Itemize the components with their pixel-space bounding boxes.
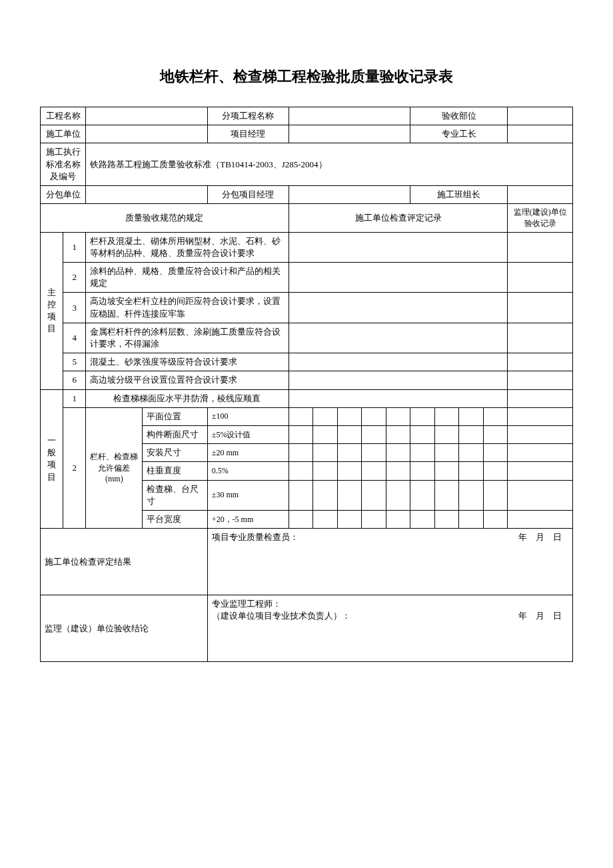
subcontract-pm-value[interactable]: [289, 185, 410, 203]
subcontract-pm-label: 分包项目经理: [207, 185, 289, 203]
data-cell[interactable]: [289, 480, 313, 510]
data-cell[interactable]: [459, 480, 484, 510]
data-cell[interactable]: [483, 444, 508, 462]
data-cell[interactable]: [313, 407, 338, 425]
supervise-cell[interactable]: [508, 371, 573, 389]
tolerance-value: ±5%设计值: [207, 425, 289, 443]
data-cell[interactable]: [337, 444, 362, 462]
tolerance-name: 构件断面尺寸: [143, 425, 207, 443]
data-cell[interactable]: [313, 510, 338, 528]
data-cell[interactable]: [386, 444, 410, 462]
data-cell[interactable]: [289, 407, 313, 425]
data-cell[interactable]: [313, 444, 338, 462]
construction-unit-value[interactable]: [86, 125, 208, 143]
supervise-cell[interactable]: [508, 425, 573, 443]
data-cell[interactable]: [313, 425, 338, 443]
supervise-cell[interactable]: [508, 232, 573, 262]
pro-foreman-value[interactable]: [508, 125, 573, 143]
supervise-cell[interactable]: [508, 462, 573, 480]
data-cell[interactable]: [362, 407, 386, 425]
main-item-row-6: 6 高边坡分级平台设置位置符合设计要求: [41, 371, 573, 389]
data-cell[interactable]: [337, 407, 362, 425]
data-cell[interactable]: [337, 480, 362, 510]
date-line: 年 月 日: [510, 610, 568, 622]
supervise-cell[interactable]: [508, 407, 573, 425]
data-cell[interactable]: [313, 480, 338, 510]
supervise-cell[interactable]: [508, 389, 573, 407]
accept-part-value[interactable]: [508, 107, 573, 125]
data-cell[interactable]: [362, 444, 386, 462]
supervise-cell[interactable]: [508, 480, 573, 510]
supervise-cell[interactable]: [508, 263, 573, 293]
check-cell[interactable]: [289, 323, 508, 353]
check-cell[interactable]: [289, 232, 508, 262]
footer-supervise-result-row: 监理（建设）单位验收结论 专业监理工程师： （建设单位项目专业技术负责人）： 年…: [41, 595, 573, 662]
data-cell[interactable]: [289, 510, 313, 528]
data-cell[interactable]: [483, 462, 508, 480]
data-cell[interactable]: [483, 510, 508, 528]
data-cell[interactable]: [434, 444, 459, 462]
data-cell[interactable]: [289, 444, 313, 462]
main-item-num: 2: [63, 263, 86, 293]
tolerance-name: 平台宽度: [143, 510, 207, 528]
main-item-row-1: 主控项目 1 栏杆及混凝土、砌体所用钢型材、水泥、石料、砂等材料的品种、规格、质…: [41, 232, 573, 262]
team-leader-value[interactable]: [508, 185, 573, 203]
data-cell[interactable]: [386, 510, 410, 528]
data-cell[interactable]: [434, 407, 459, 425]
data-cell[interactable]: [483, 407, 508, 425]
supervise-cell[interactable]: [508, 444, 573, 462]
data-cell[interactable]: [337, 425, 362, 443]
check-cell[interactable]: [289, 293, 508, 323]
spec-header: 质量验收规范的规定: [41, 204, 289, 233]
tolerance-value: ±30 mm: [207, 480, 289, 510]
data-cell[interactable]: [386, 425, 410, 443]
data-cell[interactable]: [289, 462, 313, 480]
supervise-cell[interactable]: [508, 510, 573, 528]
construction-result-content[interactable]: 项目专业质量检查员： 年 月 日: [207, 529, 572, 595]
data-cell[interactable]: [434, 480, 459, 510]
data-cell[interactable]: [459, 510, 484, 528]
data-cell[interactable]: [483, 480, 508, 510]
data-cell[interactable]: [289, 425, 313, 443]
data-cell[interactable]: [483, 425, 508, 443]
project-name-label: 工程名称: [41, 107, 86, 125]
data-cell[interactable]: [410, 444, 435, 462]
tolerance-value: ±100: [207, 407, 289, 425]
data-cell[interactable]: [459, 425, 484, 443]
main-item-text: 金属栏杆杆件的涂料层数、涂刷施工质量应符合设计要求，不得漏涂: [86, 323, 289, 353]
data-cell[interactable]: [362, 425, 386, 443]
main-item-row-3: 3 高边坡安全栏杆立柱的间距应符合设计要求，设置应稳固。杆件连接应牢靠: [41, 293, 573, 323]
data-cell[interactable]: [410, 425, 435, 443]
data-cell[interactable]: [410, 510, 435, 528]
data-cell[interactable]: [386, 480, 410, 510]
supervise-cell[interactable]: [508, 293, 573, 323]
data-cell[interactable]: [410, 462, 435, 480]
data-cell[interactable]: [434, 462, 459, 480]
data-cell[interactable]: [313, 462, 338, 480]
data-cell[interactable]: [410, 480, 435, 510]
data-cell[interactable]: [459, 407, 484, 425]
data-cell[interactable]: [337, 462, 362, 480]
check-cell[interactable]: [289, 371, 508, 389]
supervise-cell[interactable]: [508, 323, 573, 353]
project-name-value[interactable]: [86, 107, 208, 125]
subitem-value[interactable]: [289, 107, 410, 125]
data-cell[interactable]: [386, 462, 410, 480]
data-cell[interactable]: [362, 510, 386, 528]
data-cell[interactable]: [337, 510, 362, 528]
data-cell[interactable]: [362, 480, 386, 510]
check-cell[interactable]: [289, 353, 508, 371]
data-cell[interactable]: [386, 407, 410, 425]
supervise-cell[interactable]: [508, 353, 573, 371]
data-cell[interactable]: [459, 462, 484, 480]
data-cell[interactable]: [434, 425, 459, 443]
subcontract-unit-value[interactable]: [86, 185, 208, 203]
data-cell[interactable]: [434, 510, 459, 528]
check-cell[interactable]: [289, 263, 508, 293]
project-manager-value[interactable]: [289, 125, 410, 143]
check-cell[interactable]: [289, 389, 508, 407]
data-cell[interactable]: [459, 444, 484, 462]
data-cell[interactable]: [362, 462, 386, 480]
data-cell[interactable]: [410, 407, 435, 425]
supervise-result-content[interactable]: 专业监理工程师： （建设单位项目专业技术负责人）： 年 月 日: [207, 595, 572, 662]
